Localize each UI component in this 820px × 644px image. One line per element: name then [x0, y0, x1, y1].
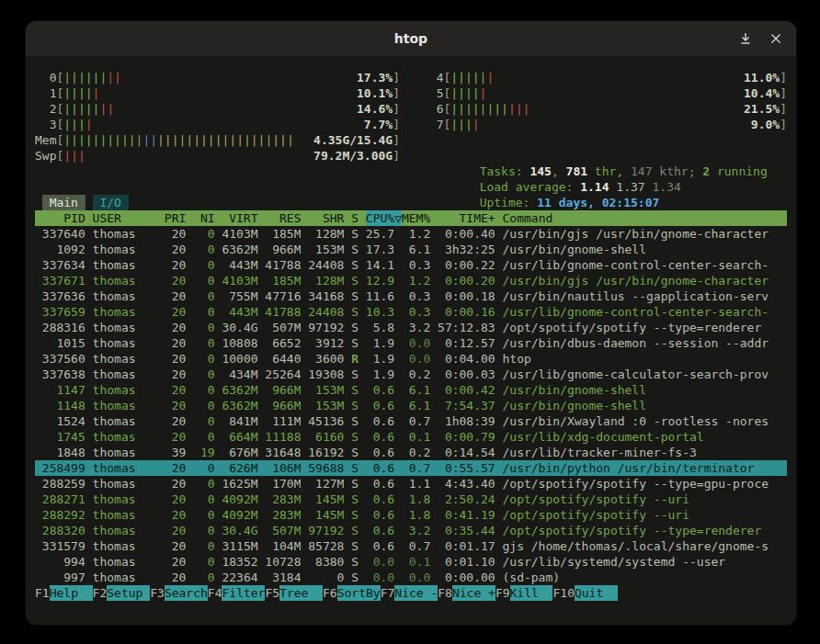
meter-close-bracket: ] [393, 85, 400, 101]
htop-screen: 0[||||||||17.3%]1[|||||10.1%]2[|||||||14… [26, 57, 796, 601]
cell-ni: 0 [193, 398, 214, 413]
fnkey-label: Nice - [394, 585, 438, 601]
cell-state: S [351, 413, 359, 429]
cell-state: S [351, 242, 359, 257]
process-row[interactable]: 288271thomas2004092M283M145MS0.61.82:50.… [35, 491, 787, 507]
process-row[interactable]: 337638thomas200434M2526419308S1.90.20:00… [35, 367, 787, 382]
cell-ni: 0 [193, 257, 214, 273]
cell-time: 3h32:25 [438, 242, 495, 257]
cell-user: thomas [93, 242, 157, 257]
col-header-time[interactable]: TIME+ [438, 210, 495, 226]
process-row[interactable]: 288320thomas20030.4G507M97192S0.63.20:35… [35, 523, 787, 538]
cell-shr: 145M [308, 491, 344, 507]
process-row[interactable]: 288316thomas20030.4G507M97192S5.83.257:1… [35, 320, 787, 335]
process-row[interactable]: 997thomas2002236431840S0.00.00:00.00(sd-… [35, 570, 787, 585]
cell-pid: 337659 [35, 304, 85, 320]
process-row[interactable]: 1015thomas2001080866523912S1.90.00:12.57… [35, 335, 787, 351]
process-row[interactable]: 258499thomas200626M106M59688S0.60.70:55.… [35, 460, 787, 476]
cell-cpu: 17.3 [366, 242, 394, 257]
fnkey-item[interactable]: F6SortBy [323, 585, 381, 601]
process-row[interactable]: 288292thomas2004092M283M145MS0.61.80:41.… [35, 507, 787, 523]
cell-res: 6440 [265, 351, 301, 367]
cell-pid: 337634 [35, 257, 85, 273]
cell-res: 6652 [265, 335, 301, 351]
meter-bars: ||||||||||| [450, 101, 744, 117]
process-row[interactable]: 337634thomas200443M4178824408S14.10.30:0… [35, 257, 787, 273]
process-row[interactable]: 1148thomas2006362M966M153MS0.66.17:54.37… [35, 398, 787, 413]
fnkey-label: Setup [107, 585, 150, 601]
process-row[interactable]: 331579thomas2003115M104M85728S0.60.70:01… [35, 538, 787, 554]
col-header-shr[interactable]: SHR [308, 210, 344, 226]
col-header-pri[interactable]: PRI [165, 210, 186, 226]
col-header-virt[interactable]: VIRT [222, 210, 257, 226]
col-header-res[interactable]: RES [265, 210, 301, 226]
cell-command: (sd-pam) [502, 570, 787, 585]
cell-time: 0:00.79 [438, 429, 495, 445]
cell-time: 0:00.40 [438, 226, 495, 242]
process-row[interactable]: 337636thomas200755M4771634168S11.60.30:0… [35, 288, 787, 304]
meter-bars: |||| [450, 117, 751, 132]
cell-user: thomas [93, 351, 157, 367]
process-list: 337640thomas2004103M185M128MS25.71.20:00… [35, 226, 787, 585]
meter-close-bracket: ] [393, 148, 400, 164]
process-row[interactable]: 1524thomas200841M111M45136S0.60.71h08:39… [35, 413, 787, 429]
process-row[interactable]: 337560thomas2001000064403600R1.90.00:04.… [35, 351, 787, 367]
fnkey-item[interactable]: F7Nice - [381, 585, 438, 601]
tab-io[interactable]: I/O [93, 195, 129, 210]
cell-mem: 0.2 [402, 445, 430, 460]
cell-pid: 288271 [35, 491, 85, 507]
process-row[interactable]: 1147thomas2006362M966M153MS0.66.10:00.42… [35, 382, 787, 398]
process-row[interactable]: 337671thomas2004103M185M128MS12.91.20:00… [35, 273, 787, 288]
cell-state: S [351, 398, 359, 413]
cell-pid: 997 [35, 570, 85, 585]
download-button[interactable] [739, 32, 752, 45]
fnkey-number: F3 [150, 585, 165, 601]
cell-user: thomas [93, 523, 157, 538]
cell-mem: 3.2 [402, 523, 430, 538]
titlebar[interactable]: htop [26, 21, 796, 57]
cell-virt: 4103M [222, 273, 257, 288]
cell-cpu: 0.6 [366, 507, 394, 523]
process-row[interactable]: 1848thomas3919676M3164816192S0.60.20:14.… [35, 445, 787, 460]
fnkey-item[interactable]: F4Filter [208, 585, 266, 601]
cell-pri: 20 [165, 507, 186, 523]
process-row[interactable]: 288259thomas2001625M170M127MS0.61.14:43.… [35, 476, 787, 491]
cell-pid: 1848 [35, 445, 85, 460]
stat-segment: , [616, 164, 631, 178]
cell-pri: 20 [165, 460, 186, 476]
fnkey-item[interactable]: F2Setup [93, 585, 151, 601]
col-header-mem[interactable]: MEM% [402, 210, 430, 226]
process-row[interactable]: 994thomas20018352107288380S0.00.10:01.10… [35, 554, 787, 570]
meter-bar-green: ||| [450, 118, 472, 131]
process-row[interactable]: 1092thomas2006362M966M153MS17.36.13h32:2… [35, 242, 787, 257]
cell-res: 41788 [265, 257, 301, 273]
tab-main[interactable]: Main [42, 195, 85, 210]
cell-shr: 45136 [308, 413, 344, 429]
cell-command: /usr/bin/dbus-daemon --session --addr [502, 335, 787, 351]
fnkey-item[interactable]: F1Help [35, 585, 93, 601]
cell-res: 31648 [265, 445, 301, 460]
col-header-user[interactable]: USER [93, 210, 157, 226]
fnkey-item[interactable]: F5Tree [265, 585, 323, 601]
process-row[interactable]: 337659thomas200443M4178824408S10.30.30:0… [35, 304, 787, 320]
fnkey-item[interactable]: F3Search [150, 585, 208, 601]
meter-bar-green: ||||||||||| [63, 133, 142, 147]
col-header-command[interactable]: Command [503, 210, 788, 226]
close-button[interactable] [770, 33, 781, 44]
col-header-state[interactable]: S [351, 210, 359, 226]
meter-bar-red: || [107, 71, 121, 85]
terminal-window: htop 0[||||||||17.3%]1[|||||10.1%]2[||||… [25, 20, 797, 626]
cell-time: 0:01.10 [438, 554, 495, 570]
fnkey-item[interactable]: F8Nice + [438, 585, 495, 601]
col-header-ni[interactable]: NI [193, 210, 214, 226]
col-header-pid[interactable]: PID [35, 210, 85, 226]
fnkey-item[interactable]: F9Kill [495, 585, 553, 601]
cell-command: /usr/bin/gnome-shell [502, 398, 787, 413]
meter-close-bracket: ] [780, 85, 787, 101]
col-header-cpu-sort[interactable]: CPU%▽ [366, 210, 402, 226]
cell-command: /opt/spotify/spotify --uri [502, 491, 787, 507]
process-row[interactable]: 337640thomas2004103M185M128MS25.71.20:00… [35, 226, 787, 242]
meter-bar-yellow: ||||||||||||||||||| [157, 133, 294, 147]
process-row[interactable]: 1745thomas200664M111886160S0.60.10:00.79… [35, 429, 787, 445]
fnkey-item[interactable]: F10Quit [552, 585, 617, 601]
